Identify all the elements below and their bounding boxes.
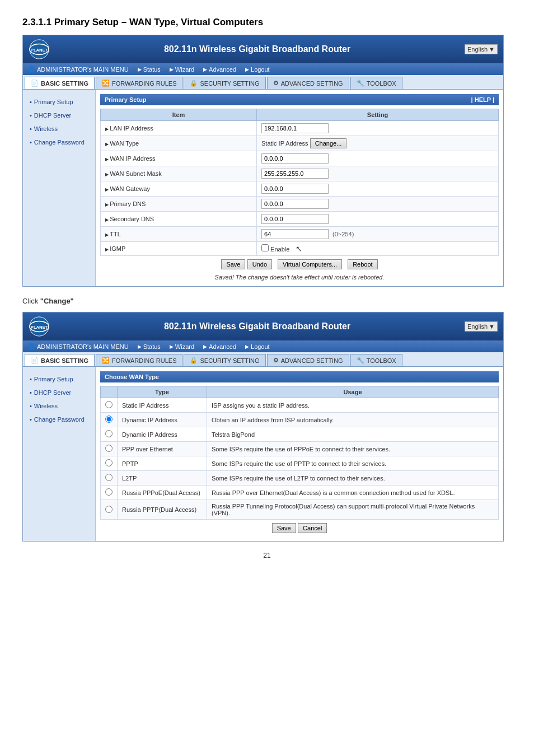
table-row: TTL (0~254) bbox=[101, 227, 499, 242]
tab-bar-2: 📄 BASIC SETTING 🔀 FORWARDING RULES 🔒 SEC… bbox=[23, 352, 503, 367]
table-row: L2TP Some ISPs require the use of L2TP t… bbox=[101, 471, 499, 486]
undo-button-1[interactable]: Undo bbox=[247, 259, 272, 269]
wan-usage-cell-5: Some ISPs require the use of L2TP to con… bbox=[207, 471, 499, 486]
table-row: WAN IP Address bbox=[101, 151, 499, 166]
wan-ip-label: WAN IP Address bbox=[101, 151, 257, 166]
secondary-dns-label: Secondary DNS bbox=[101, 212, 257, 227]
nav-wizard-1[interactable]: ▶ Wizard bbox=[170, 66, 194, 73]
wan-radio-2[interactable] bbox=[105, 430, 113, 437]
sidebar-item-wireless-2[interactable]: Wireless bbox=[23, 399, 95, 413]
wan-usage-cell-3: Some ISPs require the use of PPPoE to co… bbox=[207, 442, 499, 456]
nav-advanced-1[interactable]: ▶ Advanced bbox=[203, 66, 236, 73]
wan-type-cell-4: PPTP bbox=[118, 456, 207, 471]
router-title-2: 802.11n Wireless Gigabit Broadband Route… bbox=[50, 321, 465, 332]
sidebar-item-change-password-1[interactable]: Change Password bbox=[23, 136, 95, 149]
wan-radio-cell-3 bbox=[101, 442, 118, 456]
wan-radio-1[interactable] bbox=[105, 416, 113, 423]
wan-radio-7[interactable] bbox=[105, 506, 113, 513]
secondary-dns-input[interactable] bbox=[261, 214, 329, 224]
lang-selector-2[interactable]: English ▼ bbox=[465, 321, 498, 332]
planet-logo-2: PLANET bbox=[29, 316, 50, 337]
igmp-enable-label: Enable bbox=[270, 246, 289, 253]
wan-type-cell-3: PPP over Ethernet bbox=[118, 442, 207, 456]
tab-basic-setting-1[interactable]: 📄 BASIC SETTING bbox=[25, 77, 95, 89]
wan-radio-6[interactable] bbox=[105, 488, 113, 496]
sidebar-item-primary-setup-2[interactable]: Primary Setup bbox=[23, 372, 95, 386]
save-button-2[interactable]: Save bbox=[272, 523, 296, 533]
toolbox-icon-2: 🔧 bbox=[357, 357, 364, 364]
nav-logout-2[interactable]: ▶ Logout bbox=[245, 343, 270, 350]
nav-wizard-2[interactable]: ▶ Wizard bbox=[170, 343, 194, 350]
nav-status-2[interactable]: ▶ Status bbox=[138, 343, 161, 350]
sidebar-2: Primary Setup DHCP Server Wireless Chang… bbox=[23, 367, 96, 541]
cancel-button-2[interactable]: Cancel bbox=[298, 523, 327, 533]
sidebar-item-wireless-1[interactable]: Wireless bbox=[23, 122, 95, 136]
basic-setting-icon-1: 📄 bbox=[31, 80, 39, 87]
page-title: 2.3.1.1 Primary Setup – WAN Type, Virtua… bbox=[22, 17, 512, 28]
wan-radio-cell-0 bbox=[101, 398, 118, 413]
planet-logo-icon-2: PLANET bbox=[29, 316, 50, 337]
tab-forwarding-rules-2[interactable]: 🔀 FORWARDING RULES bbox=[96, 354, 183, 366]
router-box-2: PLANET 802.11n Wireless Gigabit Broadban… bbox=[22, 312, 504, 542]
section-header-1: Primary Setup | HELP | bbox=[100, 94, 499, 105]
security-icon-1: 🔒 bbox=[190, 80, 198, 87]
wan-radio-5[interactable] bbox=[105, 474, 113, 481]
router-box-1: PLANET 802.11n Wireless Gigabit Broadban… bbox=[22, 35, 504, 287]
tab-security-setting-2[interactable]: 🔒 SECURITY SETTING bbox=[184, 354, 265, 366]
wan-type-cell-1: Dynamic IP Address bbox=[118, 413, 207, 427]
tab-forwarding-rules-1[interactable]: 🔀 FORWARDING RULES bbox=[96, 77, 183, 89]
wan-type-cell-6: Russia PPPoE(Dual Access) bbox=[118, 486, 207, 500]
wan-radio-0[interactable] bbox=[105, 401, 113, 408]
sidebar-item-dhcp-server-1[interactable]: DHCP Server bbox=[23, 109, 95, 122]
tab-advanced-setting-1[interactable]: ⚙ ADVANCED SETTING bbox=[267, 77, 349, 89]
security-icon-2: 🔒 bbox=[190, 357, 198, 364]
wan-radio-cell-5 bbox=[101, 471, 118, 486]
wan-radio-cell-6 bbox=[101, 486, 118, 500]
wan-type-cell-2: Dynamic IP Address bbox=[118, 427, 207, 442]
wan-radio-3[interactable] bbox=[105, 445, 113, 452]
help-link-1[interactable]: | HELP | bbox=[471, 96, 494, 103]
primary-dns-input[interactable] bbox=[261, 199, 329, 209]
table-row: PPP over Ethernet Some ISPs require the … bbox=[101, 442, 499, 456]
primary-setup-table: Item Setting LAN IP Address WAN Type bbox=[100, 109, 499, 256]
wan-radio-4[interactable] bbox=[105, 459, 113, 466]
change-button[interactable]: Change... bbox=[310, 138, 347, 148]
router-title-1: 802.11n Wireless Gigabit Broadband Route… bbox=[50, 44, 465, 54]
reboot-button-1[interactable]: Reboot bbox=[348, 259, 377, 269]
nav-main-menu-1[interactable]: 👤 ADMINISTRATOR's MAIN MENU bbox=[27, 66, 129, 73]
wan-ip-input[interactable] bbox=[261, 153, 329, 164]
secondary-dns-value bbox=[257, 212, 499, 227]
save-button-1[interactable]: Save bbox=[221, 259, 245, 269]
sidebar-item-dhcp-server-2[interactable]: DHCP Server bbox=[23, 386, 95, 399]
main-content-1: Primary Setup | HELP | Item Setting LAN … bbox=[96, 90, 503, 286]
primary-dns-label: Primary DNS bbox=[101, 197, 257, 212]
lang-selector-1[interactable]: English ▼ bbox=[465, 44, 498, 54]
svg-text:PLANET: PLANET bbox=[31, 325, 48, 330]
virtual-computers-button[interactable]: Virtual Computers... bbox=[278, 259, 342, 269]
nav-status-1[interactable]: ▶ Status bbox=[138, 66, 161, 73]
sidebar-item-primary-setup-1[interactable]: Primary Setup bbox=[23, 95, 95, 109]
igmp-checkbox[interactable] bbox=[261, 244, 269, 251]
nav-logout-1[interactable]: ▶ Logout bbox=[245, 66, 270, 73]
tab-advanced-setting-2[interactable]: ⚙ ADVANCED SETTING bbox=[267, 354, 349, 366]
svg-text:PLANET: PLANET bbox=[31, 48, 48, 53]
basic-setting-icon-2: 📄 bbox=[31, 357, 39, 364]
tab-basic-setting-2[interactable]: 📄 BASIC SETTING bbox=[25, 354, 95, 366]
nav-advanced-2[interactable]: ▶ Advanced bbox=[203, 343, 236, 350]
lan-ip-label: LAN IP Address bbox=[101, 121, 257, 136]
lang-label-2: English bbox=[467, 323, 488, 330]
ttl-input[interactable] bbox=[261, 229, 329, 239]
wan-radio-cell-4 bbox=[101, 456, 118, 471]
table-row: IGMP Enable ↖ bbox=[101, 242, 499, 256]
table-row: Primary DNS bbox=[101, 197, 499, 212]
wan-gateway-input[interactable] bbox=[261, 184, 329, 194]
nav-main-menu-2[interactable]: 👤 ADMINISTRATOR's MAIN MENU bbox=[27, 343, 129, 350]
tab-toolbox-2[interactable]: 🔧 TOOLBOX bbox=[350, 354, 402, 366]
sidebar-item-change-password-2[interactable]: Change Password bbox=[23, 413, 95, 426]
toolbox-icon-1: 🔧 bbox=[357, 80, 364, 87]
wan-subnet-input[interactable] bbox=[261, 169, 329, 179]
lan-ip-input[interactable] bbox=[261, 123, 329, 133]
tab-security-setting-1[interactable]: 🔒 SECURITY SETTING bbox=[184, 77, 265, 89]
tab-toolbox-1[interactable]: 🔧 TOOLBOX bbox=[350, 77, 402, 89]
wan-type-label: WAN Type bbox=[101, 136, 257, 151]
